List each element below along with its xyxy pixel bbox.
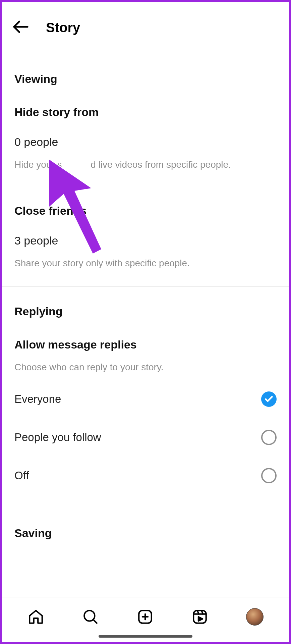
section-replying-title: Replying <box>2 287 289 321</box>
svg-marker-10 <box>198 617 203 621</box>
reply-option-label: Off <box>14 469 29 482</box>
header: Story <box>2 2 289 54</box>
hide-story-desc: Hide your story and live videos from spe… <box>2 149 289 187</box>
back-icon[interactable] <box>12 18 30 37</box>
close-friends-value: 3 people <box>2 217 289 247</box>
hide-story-label: Hide story from <box>2 89 289 119</box>
reply-option-off[interactable]: Off <box>2 457 289 495</box>
reply-option-label: People you follow <box>14 431 101 444</box>
radio-unselected-icon <box>261 468 277 483</box>
section-viewing-title: Viewing <box>2 54 289 89</box>
section-saving-title: Saving <box>14 527 277 540</box>
app-frame: Story Viewing Hide story from 0 people H… <box>0 0 291 644</box>
close-friends-row[interactable]: Close friends 3 people Share your story … <box>2 187 289 286</box>
home-indicator <box>99 635 192 638</box>
page-title: Story <box>46 20 80 35</box>
reply-option-people-you-follow[interactable]: People you follow <box>2 418 289 457</box>
content-area: Viewing Hide story from 0 people Hide yo… <box>2 54 289 597</box>
svg-line-2 <box>93 620 97 623</box>
close-friends-desc: Share your story only with specific peop… <box>2 247 289 286</box>
section-saving: Saving <box>2 505 289 540</box>
home-icon[interactable] <box>27 608 44 627</box>
search-icon[interactable] <box>82 608 99 627</box>
reels-icon[interactable] <box>191 608 208 627</box>
reply-option-everyone[interactable]: Everyone <box>2 380 289 418</box>
radio-selected-icon <box>261 391 277 407</box>
allow-replies-label: Allow message replies <box>2 321 289 351</box>
reply-option-label: Everyone <box>14 393 61 406</box>
radio-unselected-icon <box>261 430 277 445</box>
hide-story-value: 0 people <box>2 119 289 149</box>
allow-replies-desc: Choose who can reply to your story. <box>2 351 289 380</box>
hide-story-desc-part-b: d live videos from specific people. <box>91 159 231 170</box>
close-friends-label: Close friends <box>2 187 289 217</box>
create-icon[interactable] <box>137 608 154 627</box>
hide-story-row[interactable]: Hide story from 0 people Hide your story… <box>2 89 289 187</box>
hide-story-desc-part-a: Hide your s <box>14 159 62 170</box>
avatar-icon <box>246 608 264 626</box>
profile-avatar[interactable] <box>246 608 264 627</box>
